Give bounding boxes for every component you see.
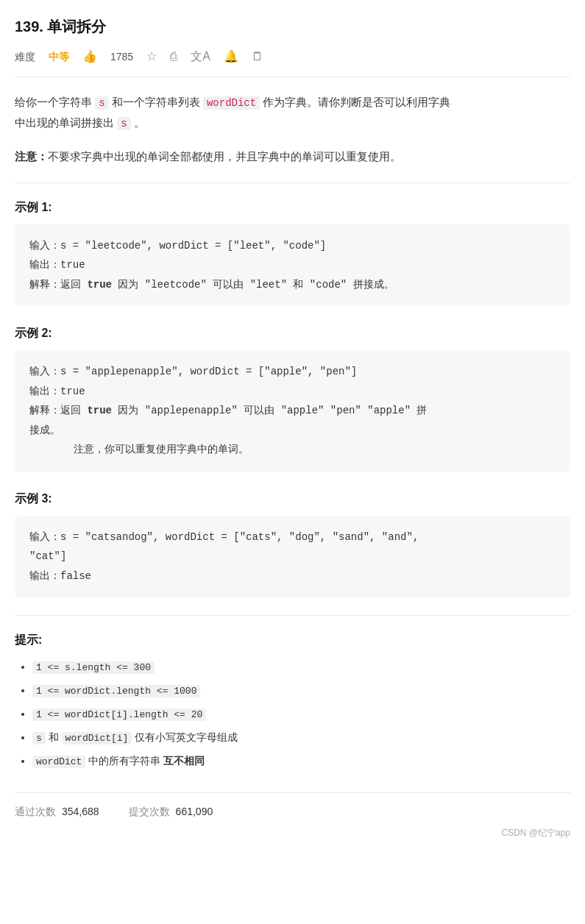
difficulty-label: 难度 [15,49,35,65]
note-content: 不要求字典中出现的单词全部都使用，并且字典中的单词可以重复使用。 [48,150,401,163]
example3-block: 示例 3: 输入：s = "catsandog", wordDict = ["c… [15,489,570,597]
example1-explain-true: true [87,279,112,291]
likes-count: 1785 [110,49,133,65]
hints-title: 提示: [15,630,570,650]
submit-label: 提交次数 [129,803,170,820]
example2-note: 注意，你可以重复使用字典中的单词。 [29,440,556,460]
desc-s: s [95,96,108,110]
desc-worddict: wordDict [203,96,260,110]
likes-icon[interactable]: 👍 [82,47,97,66]
hint-4: s 和 wordDict[i] 仅有小写英文字母组成 [32,729,570,747]
hint-1: 1 <= s.length <= 300 [32,658,570,676]
divider-2 [15,615,570,616]
example1-explain: 解释：返回 true 因为 "leetcode" 可以由 "leet" 和 "c… [29,275,556,295]
desc-s2: s [117,117,130,130]
example1-box: 输入：s = "leetcode", wordDict = ["leet", "… [15,224,570,307]
example2-explain-rest: 因为 "applepenapple" 可以由 "apple" "pen" "ap… [112,405,427,416]
example1-output: 输出：true [29,255,556,275]
pass-label: 通过次数 [15,803,56,820]
share-icon[interactable]: ⎙ [170,47,177,66]
example2-explain-prefix: 解释：返回 [29,405,87,416]
hints-list: 1 <= s.length <= 300 1 <= wordDict.lengt… [15,658,570,770]
problem-title: 139. 单词拆分 [15,15,570,38]
bookmark-icon[interactable]: 🗒 [252,47,263,66]
submit-stat: 提交次数 661,090 [129,803,213,820]
pass-value: 354,688 [62,803,99,820]
bell-icon[interactable]: 🔔 [224,47,238,66]
desc-part1: 给你一个字符串 [15,96,95,108]
hint-3: 1 <= wordDict[i].length <= 20 [32,706,570,723]
example2-output: 输出：true [29,382,556,402]
example1-explain-prefix: 解释：返回 [29,279,87,291]
example2-box: 输入：s = "applepenapple", wordDict = ["app… [15,350,570,472]
example2-title: 示例 2: [15,324,570,343]
star-icon[interactable]: ☆ [146,47,157,66]
hint5-rest: 中的所有字符串 [85,755,163,767]
example1-explain-rest: 因为 "leetcode" 可以由 "leet" 和 "code" 拼接成。 [112,279,394,291]
example2-explain: 解释：返回 true 因为 "applepenapple" 可以由 "apple… [29,401,556,440]
footer-stats: 通过次数 354,688 提交次数 661,090 [15,792,570,820]
example2-block: 示例 2: 输入：s = "applepenapple", wordDict =… [15,324,570,472]
hint-2: 1 <= wordDict.length <= 1000 [32,682,570,700]
example1-input: 输入：s = "leetcode", wordDict = ["leet", "… [29,236,556,256]
submit-value: 661,090 [176,803,213,820]
example1-title: 示例 1: [15,198,570,217]
meta-row: 难度 中等 👍 1785 ☆ ⎙ 文A 🔔 🗒 [15,47,570,77]
note-section: 注意：不要求字典中出现的单词全部都使用，并且字典中的单词可以重复使用。 [15,146,570,166]
difficulty-badge: 中等 [49,49,69,65]
footer-brand: CSDN @纪宁app [15,826,570,840]
desc-part3: 作为字典。请你判断是否可以利用字典 [260,96,450,108]
description: 给你一个字符串 s 和一个字符串列表 wordDict 作为字典。请你判断是否可… [15,92,570,133]
hint4-and: 和 [46,731,62,743]
pass-stat: 通过次数 354,688 [15,803,99,820]
example2-explain-rest2: 接成。 [29,424,60,436]
hint5-bold: 互不相同 [163,755,205,767]
hint4-rest: 仅有小写英文字母组成 [132,731,238,743]
desc-line2a: 中出现的单词拼接出 [15,116,117,129]
example1-block: 示例 1: 输入：s = "leetcode", wordDict = ["le… [15,198,570,306]
translate-icon[interactable]: 文A [191,47,210,66]
example3-title: 示例 3: [15,489,570,508]
example2-explain-true: true [87,405,112,416]
divider-1 [15,182,570,183]
note-prefix: 注意： [15,150,48,163]
desc-line2b: 。 [131,116,145,129]
example3-input-line1: 输入：s = "catsandog", wordDict = ["cats", … [29,527,556,547]
example3-output: 输出：false [29,566,556,586]
desc-part2: 和一个字符串列表 [109,96,203,108]
example3-input-line2: "cat"] [29,547,556,566]
example2-input: 输入：s = "applepenapple", wordDict = ["app… [29,362,556,382]
example3-box: 输入：s = "catsandog", wordDict = ["cats", … [15,516,570,598]
hint-5: wordDict 中的所有字符串 互不相同 [32,753,570,770]
